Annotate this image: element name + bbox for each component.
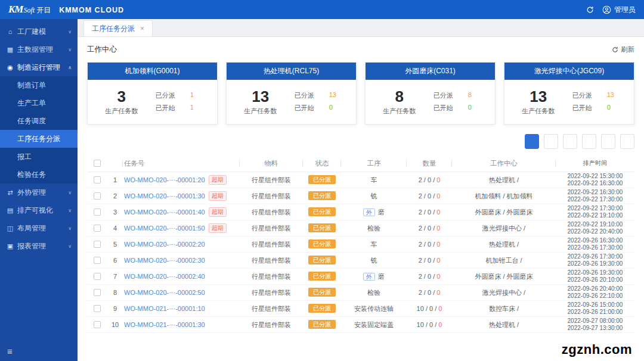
process-cell: 安装固定端盖: [341, 320, 407, 329]
work-center-cell: 激光焊接中心 /: [452, 288, 556, 297]
chevron-icon: ∨: [68, 244, 72, 249]
filter-button[interactable]: [601, 134, 615, 149]
sidebar-collapse-button[interactable]: ≡: [0, 341, 78, 361]
card-title: 热处理机(RCL75): [227, 63, 356, 80]
quantity-cell: 2 / 0 /0: [407, 225, 452, 232]
table-row[interactable]: 8 WO-MMO-020-···-00002:50 行星组件部装 已分派 检验 …: [87, 285, 634, 301]
row-index: 4: [107, 225, 123, 232]
sidebar-item[interactable]: ⌂ 工厂建模 ∨: [0, 23, 78, 41]
row-checkbox[interactable]: [94, 241, 101, 248]
card-started-value: 1: [190, 104, 200, 113]
sidebar-subitem[interactable]: 检验任务: [0, 166, 78, 183]
row-checkbox[interactable]: [94, 257, 101, 264]
row-checkbox[interactable]: [94, 208, 101, 216]
close-icon[interactable]: ×: [140, 24, 144, 33]
refresh-icon[interactable]: [586, 6, 594, 14]
logo-km: KM: [8, 4, 23, 15]
task-number-link[interactable]: WO-MMO-020-···-00001:30: [124, 192, 205, 200]
task-number-link[interactable]: WO-MMO-020-···-00002:30: [124, 257, 205, 264]
main-content: 工作中心 刷新 机加领料(G0001) 3 生产任务数 已分派 1: [78, 37, 644, 361]
table-row[interactable]: 1 WO-MMO-020-···-00001:20 超期 行星组件部装 已分派 …: [87, 172, 634, 188]
sidebar-subitem[interactable]: 报工: [0, 148, 78, 166]
table-row[interactable]: 2 WO-MMO-020-···-00001:30 超期 行星组件部装 已分派 …: [87, 188, 634, 204]
task-number-link[interactable]: WO-MMO-020-···-00001:40: [124, 208, 205, 216]
card-assigned-value: 8: [468, 91, 478, 100]
table-row[interactable]: 3 WO-MMO-020-···-00001:40 超期 行星组件部装 已分派 …: [87, 204, 634, 220]
task-number-link[interactable]: WO-MMO-020-···-00002:50: [124, 289, 205, 296]
quantity-overdue-value: 0: [436, 241, 440, 248]
table-row[interactable]: 5 WO-MMO-020-···-00002:20 行星组件部装 已分派 车 2…: [87, 236, 634, 253]
work-center-cell: 热处理机 /: [452, 240, 556, 249]
table-row[interactable]: 6 WO-MMO-020-···-00002:30 行星组件部装 已分派 铣 2…: [87, 253, 634, 269]
row-checkbox[interactable]: [94, 305, 101, 312]
task-number-link[interactable]: WO-MMO-021-···-00001:30: [124, 321, 205, 328]
schedule-time-cell: 2022-09-26 19:30:00 2022-09-26 20:10:00: [556, 269, 634, 284]
row-checkbox[interactable]: [94, 176, 101, 183]
task-number-link[interactable]: WO-MMO-020-···-00002:20: [124, 241, 205, 248]
quantity-overdue-value: 0: [436, 289, 440, 296]
table-row[interactable]: 10 WO-MMO-021-···-00001:30 行星组件部装 已分派 安装…: [87, 317, 634, 333]
filter-button[interactable]: [582, 134, 596, 149]
quantity-cell: 10 / 0 /0: [407, 321, 452, 328]
quantity-overdue-value: 0: [436, 225, 440, 232]
row-checkbox[interactable]: [94, 192, 101, 200]
task-number-link[interactable]: WO-MMO-020-···-00001:20: [124, 176, 205, 183]
work-center-cell: 热处理机 /: [452, 320, 556, 329]
filter-button[interactable]: [525, 134, 539, 149]
work-center-card[interactable]: 外圆磨床(C031) 8 生产任务数 已分派 8 已开始 0: [365, 62, 496, 125]
schedule-time-cell: 2022-09-22 17:30:00 2022-09-22 19:10:00: [556, 205, 634, 219]
status-badge: 已分派: [308, 272, 336, 281]
filter-button[interactable]: [620, 134, 634, 149]
work-center-card[interactable]: 激光焊接中心(JGC09) 13 生产任务数 已分派 13 已开始 0: [504, 62, 634, 125]
card-task-count: 13: [522, 88, 555, 105]
user-menu[interactable]: 管理员: [602, 5, 636, 15]
sidebar-subitem[interactable]: 任务调度: [0, 112, 78, 130]
sidebar-item-label: 主数据管理: [17, 45, 53, 55]
refresh-button[interactable]: 刷新: [612, 45, 634, 54]
filter-button[interactable]: [563, 134, 577, 149]
card-task-count: 3: [105, 88, 138, 105]
sidebar-item[interactable]: ⇄ 外协管理 ∨: [0, 183, 78, 201]
schedule-time-cell: 2022-09-22 16:30:00 2022-09-22 17:30:00: [556, 189, 634, 203]
status-badge: 已分派: [308, 191, 336, 200]
task-number-link[interactable]: WO-MMO-021-···-00001:10: [124, 305, 205, 312]
sidebar-item[interactable]: ▣ 报表管理 ∨: [0, 237, 78, 255]
row-index: 6: [107, 257, 123, 264]
select-all-checkbox[interactable]: [94, 160, 101, 167]
task-number-link[interactable]: WO-MMO-020-···-00002:40: [124, 273, 205, 280]
status-badge: 已分派: [308, 207, 336, 216]
material-cell: 行星组件部装: [240, 304, 303, 313]
sidebar-subitem[interactable]: 工序任务分派: [0, 130, 78, 148]
quantity-cell: 2 / 0 /0: [407, 273, 452, 280]
sidebar-item-label: 报表管理: [17, 241, 46, 251]
status-badge: 已分派: [308, 256, 336, 264]
quantity-cell: 10 / 0 /0: [407, 305, 452, 312]
table-row[interactable]: 9 WO-MMO-021-···-00001:10 行星组件部装 已分派 安装传…: [87, 301, 634, 317]
sidebar-item[interactable]: ◉ 制造运行管理 ∧: [0, 58, 78, 76]
material-cell: 行星组件部装: [240, 320, 303, 329]
sidebar-item[interactable]: ▦ 主数据管理 ∨: [0, 41, 78, 58]
chevron-icon: ∨: [68, 190, 72, 195]
work-center-card[interactable]: 热处理机(RCL75) 13 生产任务数 已分派 13 已开始 0: [226, 62, 357, 125]
sidebar-subitem[interactable]: 生产工单: [0, 94, 78, 112]
row-checkbox[interactable]: [94, 273, 101, 280]
sidebar-subitem[interactable]: 制造订单: [0, 76, 78, 94]
sidebar-item[interactable]: ◫ 布局管理 ∨: [0, 219, 78, 237]
schedule-time-cell: 2022-09-26 16:30:00 2022-09-26 17:30:00: [556, 237, 634, 251]
row-checkbox[interactable]: [94, 321, 101, 328]
schedule-time-cell: 2022-09-26 15:00:00 2022-09-26 21:00:00: [556, 301, 634, 316]
filter-button[interactable]: [544, 134, 558, 149]
table-row[interactable]: 7 WO-MMO-020-···-00002:40 行星组件部装 已分派 外磨 …: [87, 269, 634, 285]
mfg-icon: ◉: [6, 64, 14, 71]
sidebar-item[interactable]: ▤ 排产可视化 ∨: [0, 201, 78, 219]
chevron-icon: ∨: [68, 208, 72, 213]
work-center-card[interactable]: 机加领料(G0001) 3 生产任务数 已分派 1 已开始 1: [87, 62, 218, 125]
table-body: 1 WO-MMO-020-···-00001:20 超期 行星组件部装 已分派 …: [87, 172, 634, 333]
row-checkbox[interactable]: [94, 289, 101, 296]
table-row[interactable]: 4 WO-MMO-020-···-00001:50 超期 行星组件部装 已分派 …: [87, 220, 634, 236]
tab-process-task-dispatch[interactable]: 工序任务分派 ×: [83, 20, 153, 36]
task-number-link[interactable]: WO-MMO-020-···-00001:50: [124, 225, 205, 232]
sidebar: ⌂ 工厂建模 ∨ ▦ 主数据管理 ∨ ◉ 制造运行管理 ∧ 制造订单 生产工单 …: [0, 19, 78, 361]
row-checkbox[interactable]: [94, 225, 101, 232]
chevron-icon: ∨: [68, 226, 72, 231]
